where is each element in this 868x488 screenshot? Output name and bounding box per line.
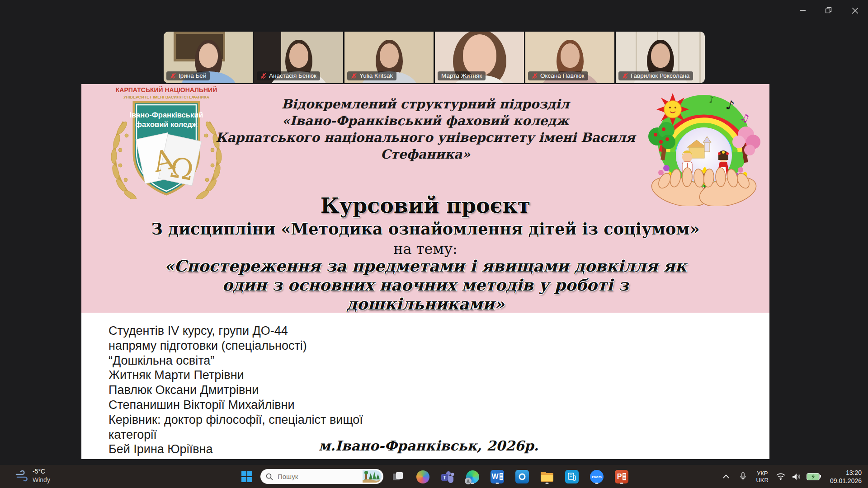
participant-nametag: Yulia Kritsak xyxy=(347,71,396,80)
mic-muted-icon xyxy=(622,73,628,79)
slide-on-topic-label: на тему: xyxy=(81,240,769,258)
slide-student-details: Студентів IV курсу, групи ДО-44 напряму … xyxy=(108,324,363,457)
video-tile[interactable]: Ірина Бей xyxy=(164,32,253,83)
participant-name: Yulia Kritsak xyxy=(359,72,393,79)
detail-line: “Дошкільна освіта” xyxy=(108,353,363,368)
participant-nametag: Анастасія Бенюк xyxy=(257,71,320,80)
slide-theme: «Спостереження за предметами і явищами д… xyxy=(81,257,769,314)
close-icon xyxy=(852,8,858,14)
slide-title: Курсовий проєкт xyxy=(81,193,769,218)
weather-temp: -5°C xyxy=(33,467,50,476)
header-line: Стефаника» xyxy=(81,146,769,163)
file-explorer-button[interactable] xyxy=(539,469,555,485)
task-view-button[interactable] xyxy=(390,469,406,485)
microphone-tray-button[interactable] xyxy=(734,472,751,481)
search-input[interactable] xyxy=(277,472,363,481)
zoom-icon: zoom xyxy=(590,470,604,483)
video-tile[interactable]: Yulia Kritsak xyxy=(344,32,434,83)
minimize-icon xyxy=(800,8,806,14)
video-tile-active-speaker[interactable]: Марта Житняк xyxy=(435,32,524,83)
video-tile[interactable]: Гаврилюк Роксолана xyxy=(616,32,705,83)
wifi-tray-button[interactable] xyxy=(773,473,788,480)
windows-logo-icon xyxy=(241,471,253,483)
tray-overflow-button[interactable] xyxy=(718,474,734,479)
restore-button[interactable] xyxy=(816,0,842,21)
copilot-icon xyxy=(416,470,429,483)
participant-name: Оксана Павлюк xyxy=(540,72,585,79)
detail-line: напряму підготовки (спеціальності) xyxy=(108,338,363,353)
participant-name: Марта Житняк xyxy=(441,72,482,79)
language-indicator[interactable]: УКР UKR xyxy=(756,470,768,483)
search-icon xyxy=(266,473,273,480)
running-indicator xyxy=(620,483,623,484)
participant-nametag: Гаврилюк Роксолана xyxy=(618,71,693,80)
minimize-button[interactable] xyxy=(789,0,816,21)
microphone-icon xyxy=(740,472,746,481)
system-tray: УКР UKR xyxy=(718,465,868,488)
weather-widget[interactable]: -5°C Windy xyxy=(15,467,50,484)
mic-muted-icon xyxy=(260,73,267,79)
close-button[interactable] xyxy=(842,0,868,21)
detail-line: Павлюк Оксани Дмитрівни xyxy=(108,383,363,398)
slide-pink-banner: КАРПАТСЬКИЙ НАЦІОНАЛЬНИЙ УНІВЕРСИТЕТ ІМЕ… xyxy=(81,84,769,313)
header-line: «Івано-Франківський фаховий коледж xyxy=(81,113,769,129)
chevron-up-icon xyxy=(723,474,729,479)
edge-profile-avatar xyxy=(465,478,472,484)
slide-place-year: м.Івано-Франківськ, 2026р. xyxy=(319,438,538,454)
start-button[interactable] xyxy=(239,469,255,485)
word-button[interactable]: W xyxy=(489,469,505,485)
shared-slide: КАРПАТСЬКИЙ НАЦІОНАЛЬНИЙ УНІВЕРСИТЕТ ІМЕ… xyxy=(81,84,769,459)
wifi-icon xyxy=(776,473,785,480)
detail-line: Студентів IV курсу, групи ДО-44 xyxy=(108,324,363,338)
taskbar-search[interactable] xyxy=(260,469,383,484)
windy-icon xyxy=(15,470,29,482)
slide-institution-header: Відокремлений структурний підрозділ «Іва… xyxy=(81,96,769,163)
teams-button[interactable]: T xyxy=(439,469,456,485)
outlook-button[interactable] xyxy=(514,469,530,485)
participant-nametag: Марта Житняк xyxy=(438,71,486,80)
theme-line: «Спостереження за предметами і явищами д… xyxy=(81,257,769,276)
zoom-meeting-window: Ірина Бей Анастасія Бенюк Yulia Kritsak xyxy=(0,0,868,488)
emblem-university-line1: КАРПАТСЬКИЙ НАЦІОНАЛЬНИЙ xyxy=(116,86,217,94)
video-tile[interactable]: Анастасія Бенюк xyxy=(254,32,343,83)
speaker-icon xyxy=(792,473,801,480)
powerpoint-icon: P xyxy=(615,470,628,483)
tray-clock[interactable]: 13:20 09.01.2026 xyxy=(830,469,862,485)
slide-lower-section: Студентів IV курсу, групи ДО-44 напряму … xyxy=(81,313,769,459)
mic-muted-icon xyxy=(351,73,357,79)
mic-muted-icon xyxy=(532,73,538,79)
language-line1: УКР xyxy=(757,470,768,477)
search-daily-image[interactable] xyxy=(363,470,382,483)
copilot-button[interactable] xyxy=(415,469,431,485)
tray-date: 09.01.2026 xyxy=(830,477,862,485)
participant-name: Гаврилюк Роксолана xyxy=(631,72,689,79)
outlook-icon xyxy=(515,470,529,483)
battery-tray-button[interactable] xyxy=(804,473,823,480)
running-indicator xyxy=(496,483,499,484)
teams-icon: T xyxy=(441,470,454,483)
task-view-icon xyxy=(392,471,404,483)
tray-time: 13:20 xyxy=(846,469,862,477)
theme-line: один з основних наочних методів у роботі… xyxy=(81,276,769,295)
word-icon: W xyxy=(491,470,504,483)
word-glyph: W xyxy=(491,473,498,481)
printer-app-icon xyxy=(565,470,579,483)
slide-subtitle: З дисципліни «Методика ознайомлення діте… xyxy=(81,220,769,238)
participant-name: Анастасія Бенюк xyxy=(269,72,316,79)
window-controls xyxy=(789,0,868,21)
teams-glyph: T xyxy=(443,475,446,480)
detail-line: Степанишин Вікторії Михайлівни xyxy=(108,398,363,413)
windows-taskbar: -5°C Windy xyxy=(0,465,868,488)
scanner-app-button[interactable] xyxy=(564,469,580,485)
video-tile[interactable]: Оксана Павлюк xyxy=(525,32,614,83)
edge-button[interactable] xyxy=(464,469,481,485)
powerpoint-button[interactable]: P xyxy=(613,469,630,485)
file-explorer-icon xyxy=(540,471,554,483)
zoom-glyph: zoom xyxy=(592,475,602,479)
participant-name: Ірина Бей xyxy=(179,72,206,79)
header-line: Карпатського національного університету … xyxy=(81,129,769,146)
zoom-app-button[interactable]: zoom xyxy=(589,469,605,485)
restore-icon xyxy=(826,7,832,14)
volume-tray-button[interactable] xyxy=(788,473,804,480)
running-indicator xyxy=(595,483,599,484)
